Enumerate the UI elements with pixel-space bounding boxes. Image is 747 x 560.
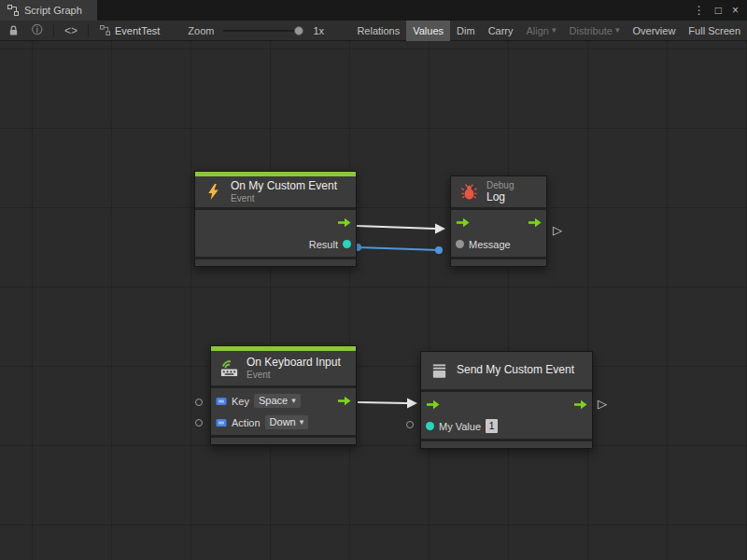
key-dropdown[interactable]: Space ▾ xyxy=(254,394,301,408)
node-header[interactable]: Send My Custom Event xyxy=(421,352,592,389)
value-connection-result-to-message xyxy=(354,244,443,254)
graph-toolbar: ⓘ <> EventTest Zoom 1x Relations Values … xyxy=(0,21,747,41)
flow-output-port[interactable] xyxy=(573,399,587,410)
node-on-keyboard-input[interactable]: On Keyboard Input Event Key Space ▾ xyxy=(210,345,357,445)
zoom-value: 1x xyxy=(313,25,324,36)
zoom-slider[interactable] xyxy=(223,30,303,32)
external-input-port-my-value[interactable] xyxy=(406,421,414,428)
menu-icon[interactable]: ⋮ xyxy=(694,5,705,16)
zoom-slider-knob[interactable] xyxy=(294,26,303,35)
message-value-input-port[interactable] xyxy=(456,240,464,248)
script-graph-icon xyxy=(7,5,19,16)
maximize-icon[interactable]: □ xyxy=(715,5,722,16)
flow-input-port[interactable] xyxy=(456,217,470,228)
distribute-label: Distribute xyxy=(570,21,613,41)
graph-asset-name: EventTest xyxy=(115,25,160,36)
fullscreen-button[interactable]: Full Screen xyxy=(682,21,747,41)
lock-icon[interactable] xyxy=(2,25,25,36)
node-footer xyxy=(195,259,356,266)
my-value-field[interactable]: 1 xyxy=(486,419,498,433)
keycode-type-icon xyxy=(216,396,227,407)
toolbar-separator xyxy=(88,24,89,37)
external-input-port-key[interactable] xyxy=(195,399,203,406)
flow-connection-keyboard-to-send xyxy=(358,399,417,409)
node-category: Debug xyxy=(486,180,514,191)
node-title: On Keyboard Input xyxy=(247,357,341,370)
node-title: Log xyxy=(486,191,514,204)
custom-event-icon xyxy=(428,359,450,382)
node-header[interactable]: On My Custom Event Event xyxy=(195,176,356,207)
graph-canvas[interactable]: On My Custom Event Event Result xyxy=(0,41,747,560)
script-graph-tab[interactable]: Script Graph xyxy=(0,0,97,21)
graph-asset-breadcrumb[interactable]: EventTest xyxy=(92,25,167,36)
result-port-label: Result xyxy=(309,239,338,250)
align-label: Align xyxy=(527,21,549,41)
my-value-port-label: My Value xyxy=(439,421,481,432)
key-dropdown-value: Space xyxy=(259,395,288,406)
align-dropdown[interactable]: Align ▾ xyxy=(520,21,563,41)
bug-icon xyxy=(458,181,480,203)
graph-asset-icon xyxy=(100,25,110,35)
result-value-output-port[interactable] xyxy=(343,240,351,248)
connections-layer xyxy=(0,41,747,560)
node-subtitle: Event xyxy=(247,370,341,381)
chevron-down-icon: ▾ xyxy=(552,26,557,35)
flow-output-port[interactable] xyxy=(528,217,542,228)
node-title: Send My Custom Event xyxy=(457,364,574,377)
titlebar-spacer xyxy=(97,0,694,21)
node-send-my-custom-event[interactable]: Send My Custom Event xyxy=(420,351,593,449)
action-port-label: Action xyxy=(232,417,261,428)
message-port-label: Message xyxy=(469,239,511,250)
action-dropdown[interactable]: Down ▾ xyxy=(265,415,309,429)
code-icon[interactable]: <> xyxy=(58,24,84,37)
external-input-port-action[interactable] xyxy=(195,419,203,427)
node-header[interactable]: On Keyboard Input Event xyxy=(211,351,356,385)
key-port-label: Key xyxy=(232,396,249,407)
flow-input-port[interactable] xyxy=(426,399,440,410)
node-footer xyxy=(421,441,592,448)
window-titlebar: Script Graph ⋮ □ × xyxy=(0,0,747,21)
node-header[interactable]: Debug Log xyxy=(451,176,546,207)
node-debug-log[interactable]: Debug Log xyxy=(450,175,547,267)
relations-button[interactable]: Relations xyxy=(350,21,406,41)
close-icon[interactable]: × xyxy=(732,5,739,16)
flow-continuation-arrow: ▷ xyxy=(553,224,562,236)
lightning-bolt-icon xyxy=(202,181,224,203)
carry-button[interactable]: Carry xyxy=(482,21,520,41)
flow-continuation-arrow: ▷ xyxy=(598,398,607,410)
node-footer xyxy=(451,259,546,266)
dim-button[interactable]: Dim xyxy=(450,21,482,41)
node-title: On My Custom Event xyxy=(231,180,337,193)
flow-output-port[interactable] xyxy=(337,396,351,406)
my-value-input-port[interactable] xyxy=(426,422,434,430)
zoom-label: Zoom xyxy=(188,25,214,36)
tab-title: Script Graph xyxy=(24,5,82,16)
node-subtitle: Event xyxy=(231,193,337,204)
info-icon[interactable]: ⓘ xyxy=(25,22,49,38)
press-state-type-icon xyxy=(216,417,227,428)
toolbar-separator xyxy=(53,24,54,37)
node-on-my-custom-event[interactable]: On My Custom Event Event Result xyxy=(194,171,357,267)
chevron-down-icon: ▾ xyxy=(615,26,620,35)
values-button[interactable]: Values xyxy=(406,21,450,41)
flow-connection-event-to-log xyxy=(357,224,445,234)
overview-button[interactable]: Overview xyxy=(627,21,683,41)
node-footer xyxy=(211,438,356,444)
chevron-down-icon: ▾ xyxy=(300,418,304,427)
distribute-dropdown[interactable]: Distribute ▾ xyxy=(563,21,627,41)
action-dropdown-value: Down xyxy=(270,416,296,427)
keyboard-icon xyxy=(218,357,240,380)
chevron-down-icon: ▾ xyxy=(291,397,296,405)
flow-output-port[interactable] xyxy=(337,217,351,228)
